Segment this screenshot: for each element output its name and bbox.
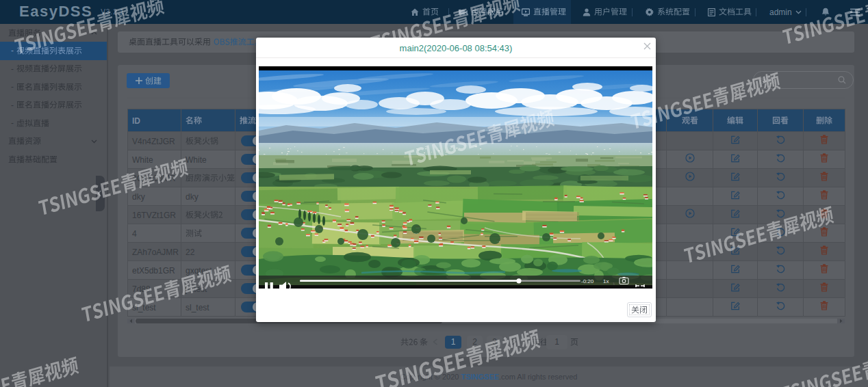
svg-text:1x: 1x — [603, 278, 609, 284]
svg-text:-0:20: -0:20 — [581, 278, 594, 284]
